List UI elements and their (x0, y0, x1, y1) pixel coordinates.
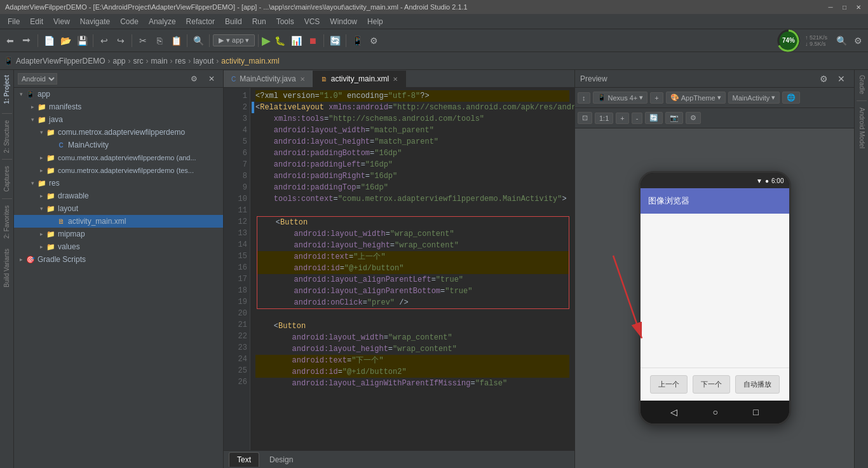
scope-selector[interactable]: Android (18, 73, 57, 85)
tree-item-activity-main[interactable]: 🗎 activity_main.xml (14, 215, 223, 228)
tab-mainactivity-close[interactable]: ✕ (300, 76, 305, 83)
avd-button[interactable]: 📱 (349, 33, 365, 48)
breadcrumb-main[interactable]: main (151, 57, 168, 65)
copy-button[interactable]: ⎘ (152, 33, 167, 48)
coverage-button[interactable]: 📊 (288, 33, 304, 48)
android-model-panel-toggle[interactable]: Android Model (855, 102, 868, 153)
phone-prev-button[interactable]: 上一个 (650, 375, 688, 394)
debug-button[interactable]: 🐛 (272, 33, 287, 48)
stop-button[interactable]: ⏹ (305, 33, 320, 48)
tab-mainactivity-icon: C (231, 76, 236, 83)
new-file-button[interactable]: 📄 (41, 33, 57, 48)
preview-activity-selector[interactable]: MainActivity ▾ (728, 92, 780, 104)
close-button[interactable]: ✕ (854, 3, 863, 11)
redo-button[interactable]: ↪ (113, 33, 128, 48)
settings-button[interactable]: ⚙ (850, 33, 865, 48)
zoom-out-button[interactable]: - (632, 113, 643, 124)
menubar-item-refactor[interactable]: Refactor (181, 16, 220, 27)
sidebar-settings-icon[interactable]: ⚙ (186, 71, 201, 86)
find-button[interactable]: 🔍 (191, 33, 206, 48)
tree-item-manifests[interactable]: ▸ 📁 manifests (14, 100, 223, 113)
code-line-5: android:layout_height="match_parent" (255, 136, 569, 148)
gradle-panel-toggle[interactable]: Gradle (855, 70, 868, 99)
tab-activity-main-close[interactable]: ✕ (393, 76, 398, 83)
breadcrumb-file[interactable]: activity_main.xml (221, 57, 279, 65)
cut-button[interactable]: ✂ (135, 33, 151, 48)
build-variants-toggle[interactable]: Build Variants (1, 244, 13, 292)
run-button[interactable]: ▶ (262, 34, 271, 48)
memory-indicator: 74% (776, 28, 801, 53)
preview-close-icon[interactable]: ✕ (834, 71, 849, 86)
menubar-item-navigate[interactable]: Navigate (75, 16, 115, 27)
paste-button[interactable]: 📋 (168, 33, 184, 48)
code-editor[interactable]: <?xml version="1.0" encoding="utf-8"?> <… (250, 88, 574, 450)
menubar-item-window[interactable]: Window (325, 16, 362, 27)
preview-theme-selector[interactable]: 🎨 AppTheme ▾ (666, 92, 726, 104)
menubar-item-tools[interactable]: Tools (271, 16, 299, 27)
search-everywhere-button[interactable]: 🔍 (834, 33, 849, 48)
tab-activity-main[interactable]: 🗎 activity_main.xml ✕ (313, 71, 406, 87)
tree-item-package-test[interactable]: ▸ 📁 comu.metrox.adapterviewfilpperdemo (… (14, 164, 223, 177)
preview-settings-icon[interactable]: ⚙ (816, 71, 831, 86)
preview-rotate-button[interactable]: ↕ (578, 92, 590, 104)
tree-item-res[interactable]: ▾ 📁 res (14, 177, 223, 189)
menubar-item-help[interactable]: Help (362, 16, 388, 27)
menubar-item-edit[interactable]: Edit (25, 16, 48, 27)
menubar-item-vcs[interactable]: VCS (299, 16, 325, 27)
arrow-res: ▾ (28, 180, 37, 186)
tree-item-package-main[interactable]: ▾ 📁 comu.metrox.adapterviewfilpperdemo (14, 126, 223, 139)
save-button[interactable]: 💾 (74, 33, 90, 48)
open-button[interactable]: 📂 (58, 33, 73, 48)
forward-button[interactable]: ⮕ (19, 33, 34, 48)
menubar-item-view[interactable]: View (48, 16, 75, 27)
phone-next-button[interactable]: 下一个 (693, 375, 730, 394)
sdk-button[interactable]: ⚙ (366, 33, 381, 48)
zoom-fit-button[interactable]: ⊡ (578, 112, 592, 124)
tree-item-package-android[interactable]: ▸ 📁 comu.metrox.adapterviewfilpperdemo (… (14, 151, 223, 164)
captures-panel-toggle[interactable]: Captures (1, 161, 13, 197)
tab-design[interactable]: Design (262, 453, 301, 467)
undo-button[interactable]: ↩ (97, 33, 112, 48)
zoom-in-button[interactable]: + (616, 113, 628, 124)
menubar-item-run[interactable]: Run (247, 16, 271, 27)
sync-button[interactable]: 🔄 (327, 33, 342, 48)
tree-item-app[interactable]: ▾ 📱 app (14, 88, 223, 100)
favorites-panel-toggle[interactable]: 2: Favorites (1, 200, 13, 244)
preview-locale-button[interactable]: 🌐 (782, 92, 800, 104)
back-button[interactable]: ⬅ (3, 33, 18, 48)
tree-item-values[interactable]: ▸ 📁 values (14, 240, 223, 253)
breadcrumb-src[interactable]: src (133, 57, 144, 65)
zoom-actual-button[interactable]: 1:1 (595, 113, 613, 124)
breadcrumb-res[interactable]: res (175, 57, 186, 65)
tab-text[interactable]: Text (229, 452, 259, 467)
linenum-1: 1 (226, 90, 247, 102)
structure-panel-toggle[interactable]: 2: Structure (1, 115, 13, 158)
label-mainactivity: MainActivity (68, 141, 109, 149)
tree-item-mainactivity[interactable]: C MainActivity (14, 139, 223, 151)
screenshot-button[interactable]: 📷 (665, 112, 683, 124)
tree-item-java[interactable]: ▾ 📁 java (14, 113, 223, 126)
preview-settings-2-button[interactable]: ⚙ (686, 112, 701, 124)
tree-item-drawable[interactable]: ▸ 📁 drawable (14, 189, 223, 202)
tree-item-mipmap[interactable]: ▸ 📁 mipmap (14, 228, 223, 240)
breadcrumb-root[interactable]: AdapterViewFilpperDEMO (16, 57, 105, 65)
minimize-button[interactable]: ─ (826, 3, 835, 11)
tree-item-gradle[interactable]: ▸ 🎯 Gradle Scripts (14, 253, 223, 266)
breadcrumb-layout[interactable]: layout (193, 57, 214, 65)
menubar-item-build[interactable]: Build (220, 16, 247, 27)
refresh-button[interactable]: 🔄 (645, 112, 663, 124)
app-selector[interactable]: ▶ ▾ app ▾ (213, 34, 255, 46)
phone-auto-button[interactable]: 自动播放 (735, 375, 780, 394)
menubar-item-file[interactable]: File (3, 16, 25, 27)
maximize-button[interactable]: □ (840, 3, 849, 11)
preview-new-config-button[interactable]: + (650, 92, 663, 104)
preview-device-selector[interactable]: 📱 Nexus 4+ ▾ (593, 92, 648, 104)
tree-item-layout[interactable]: ▾ 📁 layout (14, 202, 223, 215)
linenum-20: 20 (226, 308, 247, 319)
sidebar-close-icon[interactable]: ✕ (204, 71, 219, 86)
menubar-item-code[interactable]: Code (115, 16, 144, 27)
menubar-item-analyze[interactable]: Analyze (144, 16, 181, 27)
tab-mainactivity[interactable]: C MainActivity.java ✕ (224, 71, 313, 87)
breadcrumb-app[interactable]: app (113, 57, 126, 65)
project-panel-toggle[interactable]: 1: Project (1, 70, 13, 109)
